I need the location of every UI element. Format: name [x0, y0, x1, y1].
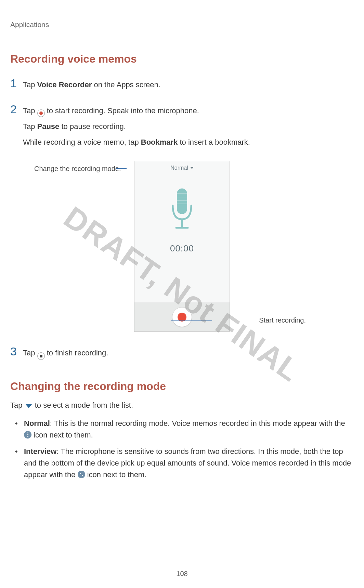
mode-interview-label: Interview [24, 447, 56, 456]
step-2-line3-suffix: to insert a bookmark. [178, 138, 250, 146]
mode-interview-text-b: icon next to them. [85, 470, 147, 479]
intro-prefix: Tap [10, 401, 25, 409]
microphone-icon [167, 187, 197, 235]
step-2-line2-bold: Pause [37, 122, 60, 131]
step-2-line2-suffix: to pause recording. [59, 122, 126, 131]
step-1-bold: Voice Recorder [37, 80, 92, 89]
mode-normal: Normal: This is the normal recording mod… [24, 418, 354, 441]
step-1: 1 Tap Voice Recorder on the Apps screen. [10, 77, 354, 95]
dropdown-icon [25, 404, 32, 408]
section-heading-changing-mode: Changing the recording mode [10, 380, 354, 393]
step-2: 2 Tap to start recording. Speak into the… [10, 103, 354, 152]
mode-selector-label: Normal [170, 165, 188, 171]
step-3-suffix: to finish recording. [47, 349, 108, 357]
record-button[interactable] [172, 307, 192, 327]
step-2-line1-prefix: Tap [23, 106, 37, 115]
step-2-line3-prefix: While recording a voice memo, tap [23, 138, 141, 146]
mode-list: Normal: This is the normal recording mod… [10, 418, 354, 481]
mode-normal-label: Normal [24, 419, 50, 428]
mode-interview: Interview: The microphone is sensitive t… [24, 446, 354, 481]
step-3: 3 Tap to finish recording. [10, 345, 354, 363]
record-icon [37, 107, 45, 114]
figure-voice-recorder: Change the recording mode. Normal 00:00 [10, 161, 354, 332]
step-1-prefix: Tap [23, 80, 37, 89]
chevron-down-icon [190, 167, 194, 169]
step-1-number: 1 [10, 77, 17, 89]
stop-icon [37, 349, 45, 357]
list-mode-icon [24, 431, 31, 439]
step-3-prefix: Tap [23, 349, 37, 357]
callout-line-left [116, 168, 127, 169]
timer-display: 00:00 [134, 243, 230, 254]
phone-bottom-bar [134, 302, 230, 331]
step-3-number: 3 [10, 345, 17, 357]
svg-rect-0 [177, 188, 187, 214]
callout-line-right [171, 321, 212, 321]
section-heading-recording: Recording voice memos [10, 53, 354, 65]
record-button-dot-icon [178, 313, 186, 322]
changing-mode-intro: Tap to select a mode from the list. [10, 400, 354, 411]
callout-start-recording: Start recording. [259, 316, 306, 324]
step-2-line3-bold: Bookmark [141, 138, 178, 146]
mode-normal-text-b: icon next to them. [31, 431, 93, 439]
microphone-illustration [134, 187, 230, 235]
step-2-line2-prefix: Tap [23, 122, 37, 131]
page-header: Applications [10, 21, 354, 29]
mode-selector[interactable]: Normal [134, 161, 230, 175]
mode-normal-text-a: : This is the normal recording mode. Voi… [50, 419, 345, 428]
callout-change-mode: Change the recording mode. [34, 165, 121, 173]
step-2-body: Tap to start recording. Speak into the m… [23, 105, 250, 152]
step-1-suffix: on the Apps screen. [92, 80, 160, 89]
intro-suffix: to select a mode from the list. [35, 401, 133, 409]
phone-screenshot: Normal 00:00 [134, 161, 230, 332]
step-2-line1-suffix: to start recording. Speak into the micro… [47, 106, 199, 115]
step-3-body: Tap to finish recording. [23, 347, 108, 363]
interview-mode-icon [78, 471, 85, 478]
mode-interview-text-a: : The microphone is sensitive to sounds … [24, 447, 351, 479]
page-number: 108 [0, 570, 364, 578]
step-2-number: 2 [10, 103, 17, 115]
step-1-body: Tap Voice Recorder on the Apps screen. [23, 79, 160, 95]
